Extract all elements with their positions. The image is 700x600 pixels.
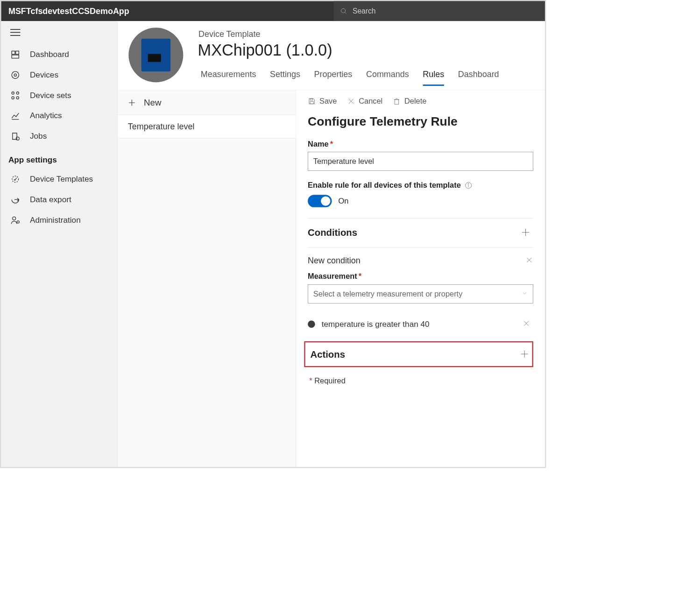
measurement-select[interactable]: Select a telemetry measurement or proper…	[308, 284, 533, 304]
name-input[interactable]	[308, 152, 533, 171]
sidebar-item-label: Data export	[30, 195, 71, 204]
data-export-icon	[10, 195, 21, 205]
tab-properties[interactable]: Properties	[314, 70, 353, 86]
new-condition-card: New condition Measurement* Select a tele…	[308, 247, 533, 310]
svg-rect-5	[12, 51, 15, 54]
sidebar-item-label: Administration	[30, 215, 81, 225]
sidebar-item-label: Device sets	[30, 91, 71, 100]
rule-detail-pane: Save Cancel Delete Configure Telemetry R…	[296, 90, 545, 467]
tab-bar: Measurements Settings Properties Command…	[198, 70, 545, 86]
svg-rect-22	[310, 99, 313, 100]
info-icon[interactable]	[465, 181, 473, 189]
conditions-title: Conditions	[308, 227, 357, 239]
sidebar-item-label: Analytics	[30, 111, 62, 120]
page-title: MXChip001 (1.0.0)	[198, 41, 545, 59]
svg-point-13	[16, 97, 19, 99]
sidebar-item-device-templates[interactable]: Device Templates	[1, 169, 117, 190]
rule-list-item-label: Temperature level	[128, 122, 195, 132]
sidebar-item-label: Dashboard	[30, 50, 69, 59]
sidebar-item-jobs[interactable]: Jobs	[1, 126, 117, 147]
devices-icon	[10, 70, 21, 80]
svg-point-0	[341, 8, 345, 13]
panel-title: Configure Telemetry Rule	[308, 114, 533, 128]
existing-condition-row[interactable]: temperature is greater than 40	[308, 310, 533, 339]
new-rule-label: New	[144, 98, 161, 108]
svg-rect-6	[16, 51, 19, 54]
device-templates-icon	[10, 174, 21, 184]
topbar: MSFTcfsdevtestCCSDemoApp Search	[1, 1, 545, 21]
search-box[interactable]: Search	[333, 1, 544, 21]
svg-point-16	[12, 176, 19, 183]
actions-title: Actions	[311, 349, 345, 360]
delete-button[interactable]: Delete	[393, 97, 426, 106]
command-bar: Save Cancel Delete	[308, 90, 533, 112]
new-condition-title: New condition	[308, 256, 361, 266]
svg-point-12	[12, 97, 14, 99]
add-condition-button[interactable]	[521, 227, 530, 238]
sidebar-item-device-sets[interactable]: Device sets	[1, 85, 117, 106]
tab-commands[interactable]: Commands	[366, 70, 409, 86]
add-action-button[interactable]	[520, 349, 529, 360]
rules-list-pane: New Temperature level	[118, 90, 296, 467]
sidebar-group-label: App settings	[1, 147, 117, 169]
enable-rule-toggle[interactable]	[308, 195, 332, 207]
svg-point-18	[13, 217, 16, 220]
actions-section-highlighted: Actions	[304, 341, 533, 367]
plus-icon	[128, 99, 136, 106]
trash-icon	[393, 97, 401, 105]
sidebar-item-administration[interactable]: Administration	[1, 210, 117, 230]
sidebar-item-devices[interactable]: Devices	[1, 65, 117, 85]
sidebar-item-label: Jobs	[30, 132, 47, 141]
search-icon	[340, 7, 348, 15]
name-label: Name*	[308, 140, 533, 148]
svg-rect-26	[395, 99, 399, 104]
toggle-state-label: On	[339, 197, 349, 205]
device-sets-icon	[10, 90, 21, 100]
rule-list-item[interactable]: Temperature level	[118, 115, 296, 138]
template-avatar	[128, 28, 183, 82]
close-icon	[347, 97, 355, 105]
hamburger-button[interactable]	[1, 25, 117, 44]
condition-status-dot	[308, 320, 315, 328]
svg-point-11	[16, 92, 19, 94]
tab-settings[interactable]: Settings	[270, 70, 300, 86]
save-button[interactable]: Save	[308, 97, 337, 106]
sidebar-item-label: Devices	[30, 71, 58, 80]
new-rule-button[interactable]: New	[118, 90, 296, 115]
svg-rect-7	[12, 55, 19, 58]
sidebar: Dashboard Devices Device sets Analytics …	[1, 21, 118, 467]
remove-new-condition-button[interactable]	[525, 256, 533, 265]
svg-point-19	[17, 221, 19, 223]
template-header: Device Template MXChip001 (1.0.0) Measur…	[118, 21, 545, 90]
svg-rect-23	[310, 102, 313, 104]
app-title: MSFTcfsdevtestCCSDemoApp	[1, 6, 129, 16]
existing-condition-text: temperature is greater than 40	[322, 319, 430, 329]
sidebar-item-data-export[interactable]: Data export	[1, 190, 117, 210]
svg-point-10	[12, 92, 14, 94]
analytics-icon	[10, 111, 21, 121]
breadcrumb: Device Template	[198, 29, 545, 39]
sidebar-item-dashboard[interactable]: Dashboard	[1, 44, 117, 65]
actions-header: Actions	[308, 342, 529, 366]
search-placeholder: Search	[353, 7, 375, 15]
tab-rules[interactable]: Rules	[423, 70, 444, 86]
save-icon	[308, 97, 316, 105]
conditions-header: Conditions	[308, 219, 533, 247]
administration-icon	[10, 215, 21, 225]
sidebar-item-label: Device Templates	[30, 175, 93, 184]
svg-point-31	[468, 184, 469, 184]
svg-point-9	[14, 74, 16, 76]
svg-line-1	[345, 12, 346, 14]
enable-rule-label: Enable rule for all devices of this temp…	[308, 181, 533, 190]
remove-existing-condition-button[interactable]	[523, 319, 530, 329]
jobs-icon	[10, 131, 21, 141]
sidebar-item-analytics[interactable]: Analytics	[1, 106, 117, 126]
measurement-placeholder: Select a telemetry measurement or proper…	[313, 289, 463, 298]
hamburger-icon	[10, 28, 21, 36]
tab-measurements[interactable]: Measurements	[201, 70, 256, 86]
svg-point-8	[12, 71, 19, 78]
chevron-down-icon	[521, 289, 528, 298]
cancel-button[interactable]: Cancel	[347, 97, 382, 106]
tab-dashboard[interactable]: Dashboard	[458, 70, 499, 86]
required-note: *Required	[309, 377, 533, 386]
